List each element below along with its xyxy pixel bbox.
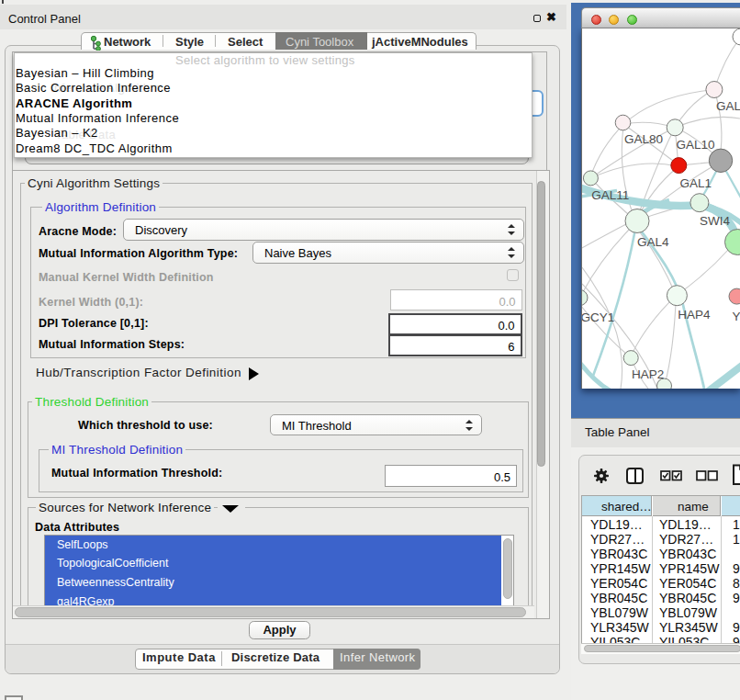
svg-text:HAP2: HAP2 <box>632 367 664 381</box>
svg-text:GAL4: GAL4 <box>637 235 669 249</box>
svg-text:GAL10: GAL10 <box>677 138 715 152</box>
svg-text:GAL11: GAL11 <box>591 188 629 202</box>
svg-text:GAL80: GAL80 <box>624 132 663 146</box>
svg-text:GCY1: GCY1 <box>582 310 614 324</box>
svg-text:HAP4: HAP4 <box>678 308 711 322</box>
svg-text:GAL1: GAL1 <box>680 176 712 190</box>
svg-text:Y: Y <box>733 310 740 323</box>
svg-text:GAL: GAL <box>716 99 740 113</box>
svg-text:SWI4: SWI4 <box>700 214 730 228</box>
